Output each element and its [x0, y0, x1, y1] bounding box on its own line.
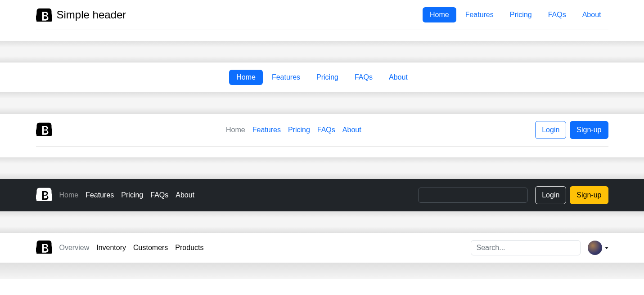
login-button[interactable]: Login: [535, 121, 566, 139]
nav-home[interactable]: Home: [226, 126, 245, 134]
nav-home[interactable]: Home: [59, 191, 79, 199]
bootstrap-icon: [36, 188, 52, 201]
nav-about[interactable]: About: [382, 70, 415, 85]
nav-pricing[interactable]: Pricing: [288, 126, 310, 134]
bootstrap-icon: [36, 122, 52, 136]
bootstrap-icon: [36, 240, 52, 254]
nav-pricing[interactable]: Pricing: [121, 191, 143, 199]
nav-features[interactable]: Features: [458, 7, 501, 22]
header-login: Home Features Pricing FAQs About Login S…: [0, 114, 644, 157]
search-input[interactable]: [471, 240, 581, 255]
nav-faqs[interactable]: FAQs: [347, 70, 380, 85]
auth-buttons: Login Sign-up: [535, 121, 608, 139]
nav-inventory[interactable]: Inventory: [96, 244, 126, 251]
nav-pills: Home Features Pricing FAQs About: [423, 7, 608, 22]
separator: [0, 41, 644, 63]
separator: [0, 92, 644, 114]
nav-about[interactable]: About: [342, 126, 361, 134]
separator: [0, 157, 644, 179]
user-menu[interactable]: [588, 241, 608, 255]
header-dark: Home Features Pricing FAQs About Login S…: [0, 179, 644, 211]
header-centered: Home Features Pricing FAQs About: [0, 63, 644, 92]
signup-button[interactable]: Sign-up: [570, 186, 608, 204]
brand-title: Simple header: [57, 9, 126, 21]
login-button[interactable]: Login: [535, 186, 566, 204]
nav-features[interactable]: Features: [265, 70, 307, 85]
brand-link[interactable]: [36, 240, 52, 255]
search-input[interactable]: [418, 188, 528, 203]
nav-about[interactable]: About: [176, 191, 194, 199]
nav-home[interactable]: Home: [229, 70, 263, 85]
nav-home[interactable]: Home: [423, 7, 456, 22]
nav-pricing[interactable]: Pricing: [503, 7, 539, 22]
brand-link[interactable]: Simple header: [36, 8, 126, 22]
nav-customers[interactable]: Customers: [133, 244, 168, 251]
brand-link[interactable]: [36, 122, 52, 138]
chevron-down-icon: [605, 247, 608, 249]
separator: [0, 211, 644, 233]
separator: [0, 263, 644, 279]
nav-pricing[interactable]: Pricing: [309, 70, 346, 85]
signup-button[interactable]: Sign-up: [570, 121, 608, 139]
nav-overview[interactable]: Overview: [59, 244, 90, 251]
nav-features[interactable]: Features: [252, 126, 281, 134]
nav-faqs[interactable]: FAQs: [541, 7, 573, 22]
nav-pills-centered: Home Features Pricing FAQs About: [229, 70, 415, 85]
bootstrap-icon: [36, 8, 52, 22]
brand-link[interactable]: [36, 188, 52, 203]
nav-features[interactable]: Features: [86, 191, 114, 199]
nav-products: Overview Inventory Customers Products: [59, 244, 204, 252]
header-simple: Simple header Home Features Pricing FAQs…: [0, 0, 644, 41]
nav-products[interactable]: Products: [175, 244, 203, 251]
nav-faqs[interactable]: FAQs: [150, 191, 168, 199]
nav-links: Home Features Pricing FAQs About: [226, 126, 361, 134]
header-products: Overview Inventory Customers Products: [0, 233, 644, 263]
auth-buttons: Login Sign-up: [535, 186, 608, 204]
nav-dark: Home Features Pricing FAQs About: [59, 191, 195, 199]
nav-about[interactable]: About: [575, 7, 608, 22]
nav-faqs[interactable]: FAQs: [317, 126, 335, 134]
avatar: [588, 241, 602, 255]
